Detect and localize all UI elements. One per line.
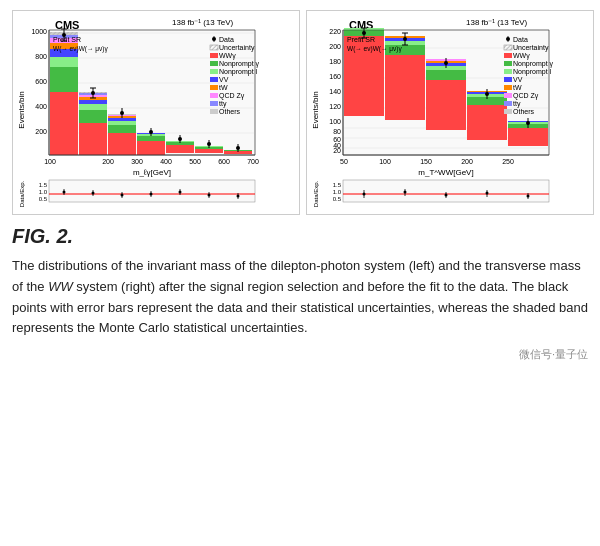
svg-text:Data/Exp.: Data/Exp. (313, 181, 319, 208)
svg-text:180: 180 (329, 58, 341, 65)
svg-rect-45 (195, 149, 223, 153)
svg-rect-108 (210, 45, 218, 50)
svg-text:QCD Zγ: QCD Zγ (513, 92, 539, 100)
svg-text:tty: tty (219, 100, 227, 108)
svg-rect-33 (108, 121, 136, 125)
svg-text:220: 220 (329, 28, 341, 35)
svg-rect-231 (504, 101, 512, 106)
svg-text:QCD Zγ: QCD Zγ (219, 92, 245, 100)
svg-rect-221 (504, 61, 512, 66)
svg-text:200: 200 (329, 43, 341, 50)
left-chart-svg: CMS 138 fb⁻¹ (13 TeV) Events/bin 1000 80… (17, 15, 295, 210)
svg-rect-180 (508, 128, 548, 146)
svg-rect-112 (210, 61, 218, 66)
svg-text:200: 200 (461, 158, 473, 165)
svg-rect-165 (426, 80, 466, 130)
svg-rect-233 (504, 109, 512, 114)
svg-text:120: 120 (329, 103, 341, 110)
svg-text:150: 150 (420, 158, 432, 165)
svg-rect-26 (79, 100, 107, 104)
svg-text:Others: Others (219, 108, 241, 115)
svg-rect-31 (108, 133, 136, 155)
svg-rect-16 (50, 67, 78, 92)
svg-text:300: 300 (131, 158, 143, 165)
svg-rect-116 (210, 77, 218, 82)
svg-text:tW: tW (513, 84, 522, 91)
figure-label: FIG. 2. (12, 225, 588, 248)
svg-rect-166 (426, 70, 466, 80)
svg-rect-17 (50, 57, 78, 67)
svg-rect-156 (385, 55, 425, 120)
svg-text:600: 600 (35, 78, 47, 85)
svg-text:100: 100 (44, 158, 56, 165)
svg-text:Uncertainty: Uncertainty (513, 44, 549, 52)
svg-text:200: 200 (102, 158, 114, 165)
svg-text:W(→ eν)W(→ μν)γ: W(→ eν)W(→ μν)γ (347, 45, 402, 53)
svg-text:800: 800 (35, 53, 47, 60)
svg-text:Prefit SR: Prefit SR (347, 36, 375, 43)
svg-text:1.0: 1.0 (39, 189, 48, 195)
svg-text:m_ℓγ[GeV]: m_ℓγ[GeV] (133, 168, 171, 177)
svg-text:100: 100 (329, 118, 341, 125)
svg-rect-114 (210, 69, 218, 74)
svg-text:20: 20 (333, 147, 341, 154)
svg-rect-85 (49, 180, 255, 202)
svg-text:VV: VV (219, 76, 229, 83)
svg-text:Nonprompt l: Nonprompt l (513, 68, 552, 76)
svg-text:Nonprompt γ: Nonprompt γ (219, 60, 260, 68)
svg-text:Nonprompt l: Nonprompt l (219, 68, 258, 76)
svg-text:Uncertainty: Uncertainty (219, 44, 255, 52)
svg-text:100: 100 (379, 158, 391, 165)
main-container: CMS 138 fb⁻¹ (13 TeV) Events/bin 1000 80… (0, 0, 600, 372)
svg-rect-42 (166, 145, 194, 153)
svg-rect-118 (210, 85, 218, 90)
svg-rect-24 (79, 110, 107, 123)
svg-text:W(→ eν)W(→ μν)γ: W(→ eν)W(→ μν)γ (53, 45, 108, 53)
svg-rect-110 (210, 53, 218, 58)
svg-text:Nonprompt γ: Nonprompt γ (513, 60, 554, 68)
svg-text:Data: Data (513, 36, 528, 43)
svg-rect-23 (79, 123, 107, 155)
svg-text:250: 250 (502, 158, 514, 165)
wechat-label: 微信号·量子位 (12, 347, 588, 362)
svg-text:138 fb⁻¹ (13 TeV): 138 fb⁻¹ (13 TeV) (466, 18, 528, 27)
svg-text:1.5: 1.5 (333, 182, 342, 188)
figure-caption: The distributions of the invariant mass … (12, 256, 588, 339)
svg-text:Data: Data (219, 36, 234, 43)
svg-rect-223 (504, 69, 512, 74)
svg-text:400: 400 (160, 158, 172, 165)
svg-rect-34 (108, 118, 136, 121)
svg-text:Data/Exp.: Data/Exp. (19, 181, 25, 208)
svg-text:0.5: 0.5 (39, 196, 48, 202)
svg-text:1.5: 1.5 (39, 182, 48, 188)
charts-row: CMS 138 fb⁻¹ (13 TeV) Events/bin 1000 80… (12, 10, 588, 215)
svg-rect-39 (137, 136, 165, 141)
svg-rect-122 (210, 101, 218, 106)
svg-text:400: 400 (35, 103, 47, 110)
svg-rect-217 (504, 45, 512, 50)
svg-text:Events/bin: Events/bin (311, 91, 320, 128)
svg-text:0.5: 0.5 (333, 196, 342, 202)
svg-text:Prefit SR: Prefit SR (53, 36, 81, 43)
svg-rect-25 (79, 104, 107, 110)
svg-text:600: 600 (218, 158, 230, 165)
svg-rect-32 (108, 125, 136, 133)
svg-text:tty: tty (513, 100, 521, 108)
svg-rect-173 (467, 105, 507, 140)
svg-text:WWγ: WWγ (219, 52, 236, 60)
svg-text:500: 500 (189, 158, 201, 165)
right-chart-svg: CMS 138 fb⁻¹ (13 TeV) Events/bin 220 200… (311, 15, 589, 210)
svg-text:200: 200 (35, 128, 47, 135)
svg-text:50: 50 (340, 158, 348, 165)
svg-text:1000: 1000 (31, 28, 47, 35)
svg-text:80: 80 (333, 128, 341, 135)
svg-rect-229 (504, 93, 512, 98)
svg-text:138 fb⁻¹ (13 TeV): 138 fb⁻¹ (13 TeV) (172, 18, 234, 27)
right-chart-wrapper: CMS 138 fb⁻¹ (13 TeV) Events/bin 220 200… (306, 10, 594, 215)
svg-rect-124 (210, 109, 218, 114)
svg-text:700: 700 (247, 158, 259, 165)
svg-rect-38 (137, 141, 165, 155)
svg-text:160: 160 (329, 73, 341, 80)
svg-text:Events/bin: Events/bin (17, 91, 26, 128)
svg-rect-227 (504, 85, 512, 90)
